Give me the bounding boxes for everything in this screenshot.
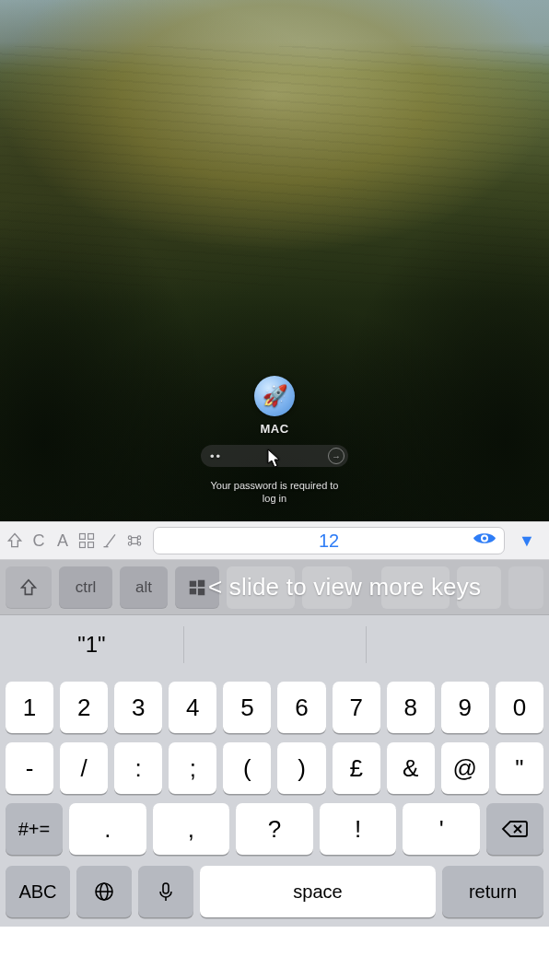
- suggestion-3[interactable]: [366, 615, 549, 674]
- key-row-3: #+= . , ? ! ': [0, 803, 549, 855]
- toolbar-value-field[interactable]: 12: [153, 527, 505, 554]
- mod-win-key[interactable]: [175, 566, 219, 609]
- svg-rect-1: [88, 534, 94, 540]
- mic-icon: [155, 881, 177, 903]
- key-0[interactable]: 0: [496, 682, 543, 733]
- eye-icon[interactable]: [473, 531, 496, 552]
- key-mic[interactable]: [138, 866, 193, 917]
- remote-screen: 🚀 MAC •• → Your password is required to …: [0, 0, 549, 521]
- svg-rect-2: [80, 542, 86, 548]
- username-label: MAC: [260, 422, 288, 436]
- svg-rect-11: [198, 588, 204, 594]
- letter-c-icon[interactable]: C: [29, 530, 48, 552]
- mod-shift-key[interactable]: [6, 566, 52, 609]
- rocket-icon: 🚀: [263, 384, 287, 408]
- toolbar-value: 12: [319, 531, 339, 552]
- backspace-icon: [501, 818, 529, 840]
- login-stack: 🚀 MAC •• → Your password is required to …: [173, 376, 376, 506]
- mod-ghost-key[interactable]: [457, 566, 501, 609]
- key-semicolon[interactable]: ;: [169, 742, 216, 794]
- key-9[interactable]: 9: [441, 682, 489, 733]
- svg-point-7: [483, 537, 486, 541]
- suggestion-1[interactable]: "1": [0, 615, 183, 674]
- mod-ghost-key[interactable]: [227, 566, 295, 609]
- key-bang[interactable]: !: [320, 803, 397, 855]
- password-mask: ••: [210, 449, 222, 463]
- svg-rect-17: [163, 883, 169, 893]
- key-symbols[interactable]: #+=: [6, 803, 63, 855]
- key-apos[interactable]: ': [403, 803, 480, 855]
- key-pound[interactable]: £: [333, 742, 380, 794]
- grid-icon[interactable]: [77, 530, 96, 552]
- key-return[interactable]: return: [442, 866, 543, 917]
- svg-rect-8: [190, 580, 196, 586]
- mod-ghost-key[interactable]: [302, 566, 352, 609]
- mod-ghost-key[interactable]: [508, 566, 543, 609]
- caret-down-icon[interactable]: ▼: [510, 531, 543, 551]
- key-paren-close[interactable]: ): [277, 742, 325, 794]
- svg-rect-10: [190, 588, 196, 593]
- key-row-bottom: ABC space return: [0, 866, 549, 917]
- slash-icon[interactable]: [101, 530, 120, 552]
- key-row-2: - / : ; ( ) £ & @ ": [0, 742, 549, 794]
- key-amp[interactable]: &: [387, 742, 435, 794]
- key-7[interactable]: 7: [333, 682, 380, 733]
- key-2[interactable]: 2: [60, 682, 108, 733]
- globe-icon: [93, 881, 115, 903]
- key-1[interactable]: 1: [6, 682, 53, 733]
- key-space[interactable]: space: [200, 866, 436, 917]
- key-3[interactable]: 3: [114, 682, 162, 733]
- svg-line-4: [106, 534, 115, 546]
- suggestion-bar: "1": [0, 615, 549, 674]
- key-comma[interactable]: ,: [153, 803, 230, 855]
- svg-rect-3: [88, 542, 94, 548]
- password-field[interactable]: •• →: [201, 445, 348, 467]
- shift-icon[interactable]: [6, 530, 24, 552]
- key-5[interactable]: 5: [223, 682, 271, 733]
- key-quote[interactable]: ": [496, 742, 543, 794]
- key-colon[interactable]: :: [114, 742, 162, 794]
- mod-alt-key[interactable]: alt: [120, 566, 168, 609]
- key-row-1: 1 2 3 4 5 6 7 8 9 0: [0, 682, 549, 733]
- suggestion-2[interactable]: [183, 615, 367, 674]
- key-paren-open[interactable]: (: [223, 742, 271, 794]
- key-globe[interactable]: [76, 866, 132, 917]
- svg-rect-9: [198, 579, 204, 586]
- ios-keyboard: "1" 1 2 3 4 5 6 7 8 9 0 - / : ; ( ) £ & …: [0, 615, 549, 927]
- user-avatar[interactable]: 🚀: [254, 376, 295, 416]
- key-6[interactable]: 6: [277, 682, 325, 733]
- key-at[interactable]: @: [441, 742, 489, 794]
- key-8[interactable]: 8: [387, 682, 435, 733]
- command-icon[interactable]: [125, 530, 144, 552]
- letter-a-icon[interactable]: A: [53, 530, 72, 552]
- key-dash[interactable]: -: [6, 742, 53, 794]
- key-abc[interactable]: ABC: [6, 866, 70, 917]
- key-4[interactable]: 4: [169, 682, 216, 733]
- key-period[interactable]: .: [69, 803, 146, 855]
- key-slash[interactable]: /: [60, 742, 108, 794]
- key-backspace[interactable]: [486, 803, 543, 855]
- svg-rect-0: [80, 534, 86, 540]
- app-toolbar: C A 12 ▼: [0, 521, 549, 560]
- modifier-rail[interactable]: ctrl alt < slide to view more keys: [0, 560, 549, 615]
- login-hint: Your password is required to log in: [210, 480, 338, 506]
- mod-ghost-key[interactable]: [381, 566, 450, 609]
- key-question[interactable]: ?: [236, 803, 313, 855]
- mod-ctrl-key[interactable]: ctrl: [59, 566, 112, 609]
- submit-arrow-icon[interactable]: →: [328, 448, 345, 464]
